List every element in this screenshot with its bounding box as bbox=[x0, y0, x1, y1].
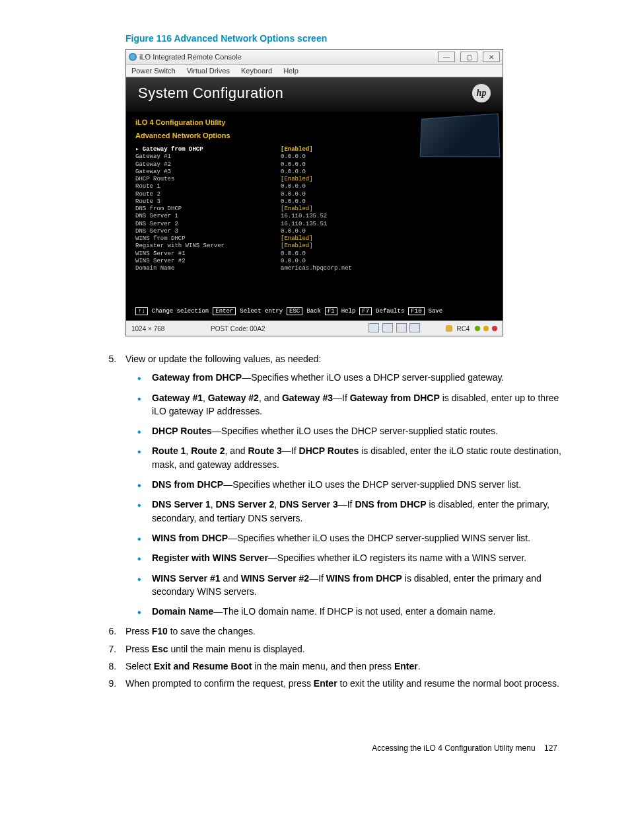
lock-icon bbox=[446, 325, 452, 332]
footer-key: Enter bbox=[213, 307, 236, 315]
statusbar: 1024 × 768 POST Code: 00A2 RC4 bbox=[126, 321, 503, 336]
config-row-value: 0.0.0.0 bbox=[281, 198, 306, 206]
footer-key-label: Save bbox=[429, 308, 443, 315]
footer-key: F1 bbox=[325, 307, 337, 315]
server-illustration bbox=[420, 113, 501, 157]
config-row-value: [Enabled] bbox=[281, 243, 313, 250]
footer-key-label: Select entry bbox=[240, 308, 283, 315]
config-row-label: Route 3 bbox=[135, 198, 281, 206]
config-row[interactable]: WINS from DHCP[Enabled] bbox=[135, 235, 493, 243]
config-row-label: DHCP Routes bbox=[135, 176, 281, 183]
step-6: Press F10 to save the changes. bbox=[119, 625, 564, 638]
footer-key-label: Change selection bbox=[152, 308, 209, 315]
config-row-label: DNS Server 2 bbox=[135, 221, 281, 228]
footer-key: ESC bbox=[287, 307, 302, 315]
config-row[interactable]: DNS Server 30.0.0.0 bbox=[135, 228, 493, 235]
config-row[interactable]: Gateway #20.0.0.0 bbox=[135, 161, 493, 169]
config-row-label: Register with WINS Server bbox=[135, 243, 281, 250]
ilo-icon bbox=[129, 53, 137, 61]
menu-power-switch[interactable]: Power Switch bbox=[131, 67, 176, 75]
config-row-value: 0.0.0.0 bbox=[281, 153, 306, 161]
config-row-value: [Enabled] bbox=[281, 146, 313, 153]
config-header: System Configuration hp bbox=[126, 77, 503, 112]
config-row-value: 0.0.0.0 bbox=[281, 161, 306, 169]
menu-help[interactable]: Help bbox=[283, 67, 298, 75]
hp-logo-icon: hp bbox=[472, 84, 491, 102]
config-row[interactable]: DNS Server 116.110.135.52 bbox=[135, 213, 493, 220]
config-row[interactable]: Register with WINS Server[Enabled] bbox=[135, 243, 493, 250]
close-button[interactable]: ✕ bbox=[483, 52, 500, 62]
config-row-value: 0.0.0.0 bbox=[281, 183, 306, 190]
config-row[interactable]: WINS Server #10.0.0.0 bbox=[135, 250, 493, 258]
config-row[interactable]: Gateway #30.0.0.0 bbox=[135, 169, 493, 176]
menu-keyboard[interactable]: Keyboard bbox=[241, 67, 272, 75]
config-row-label: Gateway #1 bbox=[135, 153, 281, 161]
list-item: Domain Name—The iLO domain name. If DHCP… bbox=[152, 605, 564, 618]
config-row[interactable]: DNS from DHCP[Enabled] bbox=[135, 206, 493, 213]
menubar: Power Switch Virtual Drives Keyboard Hel… bbox=[126, 65, 503, 77]
status-dot-red-icon bbox=[492, 326, 497, 331]
config-row[interactable]: DNS Server 216.110.135.51 bbox=[135, 221, 493, 228]
config-row-label: Route 2 bbox=[135, 191, 281, 198]
list-item: Gateway #1, Gateway #2, and Gateway #3—I… bbox=[152, 391, 564, 418]
list-item: WINS from DHCP—Specifies whether iLO use… bbox=[152, 531, 564, 545]
step-7: Press Esc until the main menu is display… bbox=[119, 642, 564, 656]
config-row-value: 0.0.0.0 bbox=[281, 228, 306, 235]
window-titlebar: iLO Integrated Remote Console — ▢ ✕ bbox=[126, 50, 503, 65]
config-row[interactable]: Route 10.0.0.0 bbox=[135, 183, 493, 190]
config-row-value: [Enabled] bbox=[281, 176, 313, 183]
config-row-value: americas.hpqcorp.net bbox=[281, 265, 352, 272]
media-stop-icon[interactable] bbox=[409, 323, 420, 332]
config-table: Gateway from DHCP[Enabled] Gateway #10.0… bbox=[135, 146, 493, 272]
page-footer: Accessing the iLO 4 Configuration Utilit… bbox=[66, 744, 564, 753]
media-pause-icon[interactable] bbox=[382, 323, 393, 332]
config-row[interactable]: WINS Server #20.0.0.0 bbox=[135, 258, 493, 265]
config-footer-keys: ↑↓Change selectionEnterSelect entryESCBa… bbox=[135, 307, 493, 315]
config-row-label: DNS Server 3 bbox=[135, 228, 281, 235]
config-row[interactable]: Domain Nameamericas.hpqcorp.net bbox=[135, 265, 493, 272]
config-row-label: WINS Server #1 bbox=[135, 250, 281, 258]
restore-button[interactable]: ▢ bbox=[460, 52, 477, 62]
status-resolution: 1024 × 768 bbox=[131, 325, 211, 332]
list-item: Register with WINS Server—Specifies whet… bbox=[152, 551, 564, 564]
status-dot-green-icon bbox=[475, 326, 480, 331]
config-header-title: System Configuration bbox=[138, 85, 472, 102]
step-5: View or update the following values, as … bbox=[119, 352, 564, 618]
config-row-value: 0.0.0.0 bbox=[281, 258, 306, 265]
config-row-label: Gateway #2 bbox=[135, 161, 281, 169]
config-row-value: [Enabled] bbox=[281, 235, 313, 243]
menu-virtual-drives[interactable]: Virtual Drives bbox=[187, 67, 230, 75]
minimize-button[interactable]: — bbox=[438, 52, 455, 62]
footer-key-label: Defaults bbox=[376, 308, 404, 315]
config-row-label: DNS from DHCP bbox=[135, 206, 281, 213]
list-item: WINS Server #1 and WINS Server #2—If WIN… bbox=[152, 572, 564, 599]
figure-title: Figure 116 Advanced Network Options scre… bbox=[125, 33, 564, 44]
config-row-value: [Enabled] bbox=[281, 206, 313, 213]
page-number: 127 bbox=[544, 744, 557, 753]
config-row-label: Gateway from DHCP bbox=[135, 146, 281, 153]
step-5-intro: View or update the following values, as … bbox=[125, 354, 321, 364]
list-item: DHCP Routes—Specifies whether iLO uses t… bbox=[152, 424, 564, 438]
status-post-code: POST Code: 00A2 bbox=[211, 325, 343, 332]
step-9: When prompted to confirm the request, pr… bbox=[119, 677, 564, 690]
config-row-label: Gateway #3 bbox=[135, 169, 281, 176]
config-row-label: Route 1 bbox=[135, 183, 281, 190]
config-row[interactable]: Route 30.0.0.0 bbox=[135, 198, 493, 206]
footer-key: ↑↓ bbox=[135, 307, 148, 315]
footer-key-label: Back bbox=[306, 308, 321, 315]
config-row[interactable]: Route 20.0.0.0 bbox=[135, 191, 493, 198]
footer-key: F7 bbox=[359, 307, 372, 315]
config-row-value: 16.110.135.51 bbox=[281, 221, 327, 228]
media-prev-icon[interactable] bbox=[368, 323, 379, 332]
config-row-value: 0.0.0.0 bbox=[281, 169, 306, 176]
document-body: View or update the following values, as … bbox=[66, 352, 564, 691]
config-body: iLO 4 Configuration Utility Advanced Net… bbox=[126, 112, 503, 321]
config-row-value: 0.0.0.0 bbox=[281, 191, 306, 198]
config-row[interactable]: DHCP Routes[Enabled] bbox=[135, 176, 493, 183]
footer-key: F10 bbox=[408, 307, 424, 315]
status-rc: RC4 bbox=[456, 325, 470, 332]
step-8: Select Exit and Resume Boot in the main … bbox=[119, 660, 564, 673]
media-play-icon[interactable] bbox=[396, 323, 407, 332]
screenshot-window: iLO Integrated Remote Console — ▢ ✕ Powe… bbox=[125, 49, 503, 336]
footer-text: Accessing the iLO 4 Configuration Utilit… bbox=[372, 744, 535, 753]
